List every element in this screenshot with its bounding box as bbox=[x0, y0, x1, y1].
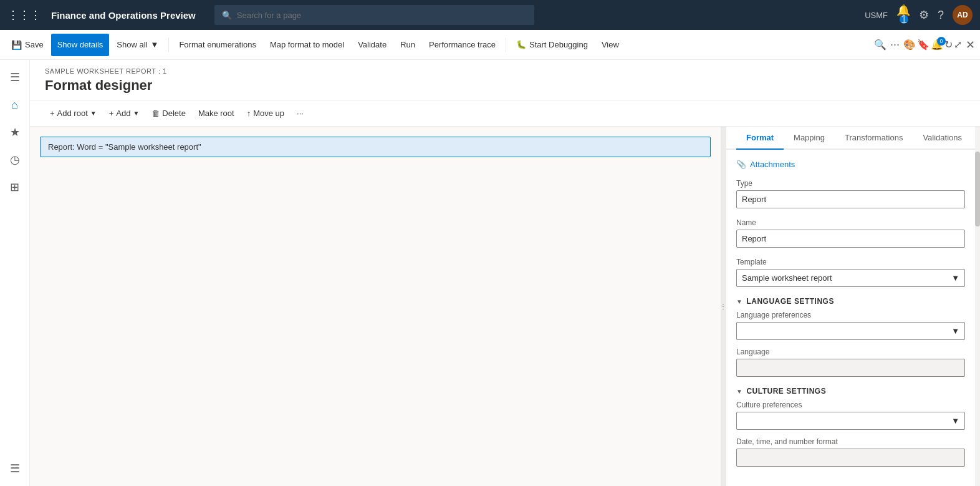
lang-pref-label: Language preferences bbox=[736, 311, 965, 319]
notification-badge: 1 bbox=[900, 15, 908, 24]
type-label: Type bbox=[736, 179, 965, 188]
culture-pref-field-group: Culture preferences ▼ bbox=[736, 401, 965, 430]
sidebar-favorites-icon[interactable]: ★ bbox=[2, 120, 27, 145]
settings-icon[interactable]: ⚙ bbox=[919, 8, 929, 22]
culture-pref-select[interactable]: ▼ bbox=[736, 412, 965, 430]
notification-icon[interactable]: 🔔 1 bbox=[896, 4, 910, 26]
tree-item-label: Report: Word = "Sample worksheet report" bbox=[48, 142, 201, 152]
validate-button[interactable]: Validate bbox=[352, 34, 393, 56]
start-debugging-button[interactable]: 🐛 Start Debugging bbox=[510, 34, 594, 56]
save-button[interactable]: 💾 Save bbox=[5, 34, 50, 56]
attachment-icon: 📎 bbox=[736, 160, 746, 169]
toolbar: + Add root ▼ + Add ▼ 🗑 Delete Make root … bbox=[30, 100, 980, 127]
template-field-group: Template Sample worksheet report ▼ bbox=[736, 258, 965, 287]
lang-pref-field-group: Language preferences ▼ bbox=[736, 311, 965, 340]
more-toolbar-button[interactable]: ··· bbox=[292, 105, 309, 121]
language-field-group: Language bbox=[736, 347, 965, 377]
datetime-format-field-group: Date, time, and number format bbox=[736, 437, 965, 467]
sidebar-recent-icon[interactable]: ◷ bbox=[2, 147, 27, 172]
breadcrumb: SAMPLE WORKSHEET REPORT : 1 bbox=[45, 67, 965, 75]
main-layout: ☰ ⌂ ★ ◷ ⊞ ☰ SAMPLE WORKSHEET REPORT : 1 … bbox=[0, 60, 980, 486]
usmf-label: USMF bbox=[865, 11, 888, 20]
content-area: SAMPLE WORKSHEET REPORT : 1 Format desig… bbox=[30, 60, 980, 486]
debug-icon: 🐛 bbox=[516, 40, 526, 49]
bookmark-icon[interactable]: 🔖 bbox=[917, 39, 930, 51]
sidebar-modules-icon[interactable]: ☰ bbox=[2, 456, 27, 481]
add-root-caret: ▼ bbox=[90, 110, 97, 117]
resize-handle[interactable]: ⋮ bbox=[721, 127, 726, 486]
tab-format[interactable]: Format bbox=[736, 127, 784, 150]
name-input[interactable] bbox=[736, 230, 965, 248]
move-up-icon: ↑ bbox=[247, 109, 251, 118]
page-title: Format designer bbox=[45, 77, 965, 94]
culture-pref-dropdown-icon: ▼ bbox=[951, 416, 959, 425]
language-input[interactable] bbox=[736, 359, 965, 377]
add-caret: ▼ bbox=[133, 110, 139, 117]
tree-item-report[interactable]: Report: Word = "Sample worksheet report" bbox=[40, 137, 711, 157]
name-label: Name bbox=[736, 218, 965, 227]
close-icon[interactable]: ✕ bbox=[966, 38, 975, 52]
separator-2 bbox=[506, 37, 506, 52]
search-input[interactable] bbox=[237, 11, 527, 20]
attachments-link[interactable]: 📎 Attachments bbox=[736, 160, 965, 169]
sidebar-menu-icon[interactable]: ☰ bbox=[2, 65, 27, 90]
culture-collapse-icon: ▼ bbox=[736, 388, 742, 395]
culture-settings-content: Culture preferences ▼ Date, time, and nu… bbox=[736, 401, 965, 467]
culture-pref-label: Culture preferences bbox=[736, 401, 965, 409]
tab-mapping[interactable]: Mapping bbox=[784, 127, 835, 150]
delete-icon: 🗑 bbox=[151, 109, 160, 118]
popout-icon[interactable]: ⤢ bbox=[954, 39, 962, 51]
make-root-button[interactable]: Make root bbox=[193, 105, 239, 121]
datetime-format-input[interactable] bbox=[736, 449, 965, 467]
page-header: SAMPLE WORKSHEET REPORT : 1 Format desig… bbox=[30, 60, 980, 100]
search-icon: 🔍 bbox=[222, 11, 232, 20]
scrollbar-thumb[interactable] bbox=[975, 152, 980, 226]
language-label: Language bbox=[736, 347, 965, 356]
show-all-caret: ▼ bbox=[151, 40, 159, 49]
format-enumerations-button[interactable]: Format enumerations bbox=[173, 34, 262, 56]
top-navigation: ⋮⋮⋮ Finance and Operations Preview 🔍 USM… bbox=[0, 0, 980, 30]
command-bar: 💾 Save Show details Show all ▼ Format en… bbox=[0, 30, 980, 60]
type-input[interactable] bbox=[736, 190, 965, 208]
view-button[interactable]: View bbox=[595, 34, 625, 56]
properties-content: 📎 Attachments Type Name bbox=[726, 150, 975, 477]
lang-pref-dropdown-icon: ▼ bbox=[951, 326, 959, 336]
run-button[interactable]: Run bbox=[394, 34, 421, 56]
left-sidebar: ☰ ⌂ ★ ◷ ⊞ ☰ bbox=[0, 60, 30, 486]
delete-button[interactable]: 🗑 Delete bbox=[147, 105, 191, 121]
nav-icons: USMF 🔔 1 ⚙ ? AD bbox=[865, 4, 973, 26]
user-avatar[interactable]: AD bbox=[953, 5, 973, 25]
template-select[interactable]: Sample worksheet report ▼ bbox=[736, 269, 965, 287]
lang-pref-select[interactable]: ▼ bbox=[736, 322, 965, 340]
designer-area: Report: Word = "Sample worksheet report"… bbox=[30, 127, 980, 486]
show-details-button[interactable]: Show details bbox=[51, 34, 110, 56]
show-all-button[interactable]: Show all ▼ bbox=[110, 34, 165, 56]
help-icon[interactable]: ? bbox=[938, 9, 944, 22]
name-field-group: Name bbox=[736, 218, 965, 248]
app-grid-icon[interactable]: ⋮⋮⋮ bbox=[7, 8, 41, 22]
sidebar-workspaces-icon[interactable]: ⊞ bbox=[2, 175, 27, 200]
language-settings-header[interactable]: ▼ LANGUAGE SETTINGS bbox=[736, 297, 965, 306]
language-collapse-icon: ▼ bbox=[736, 298, 742, 305]
add-button[interactable]: + Add ▼ bbox=[104, 105, 145, 121]
performance-trace-button[interactable]: Performance trace bbox=[423, 34, 502, 56]
tab-transformations[interactable]: Transformations bbox=[835, 127, 913, 150]
add-root-button[interactable]: + Add root ▼ bbox=[45, 105, 102, 121]
template-label: Template bbox=[736, 258, 965, 266]
type-field-group: Type bbox=[736, 179, 965, 208]
add-icon: + bbox=[109, 109, 114, 118]
map-format-button[interactable]: Map format to model bbox=[264, 34, 350, 56]
tab-validations[interactable]: Validations bbox=[913, 127, 972, 150]
palette-icon[interactable]: 🎨 bbox=[903, 39, 916, 51]
culture-settings-header[interactable]: ▼ CULTURE SETTINGS bbox=[736, 387, 965, 396]
notification-cmd-badge[interactable]: 🔔 0 bbox=[931, 39, 943, 51]
sidebar-home-icon[interactable]: ⌂ bbox=[2, 92, 27, 117]
right-scrollbar[interactable] bbox=[975, 127, 980, 486]
search-cmd-icon[interactable]: 🔍 bbox=[874, 39, 886, 51]
more-options-icon[interactable]: ··· bbox=[890, 38, 900, 51]
add-root-icon: + bbox=[50, 109, 55, 118]
language-settings-section: ▼ LANGUAGE SETTINGS Language preferences… bbox=[736, 297, 965, 377]
move-up-button[interactable]: ↑ Move up bbox=[242, 105, 289, 121]
search-bar[interactable]: 🔍 bbox=[214, 5, 535, 25]
culture-settings-section: ▼ CULTURE SETTINGS Culture preferences ▼ bbox=[736, 387, 965, 467]
